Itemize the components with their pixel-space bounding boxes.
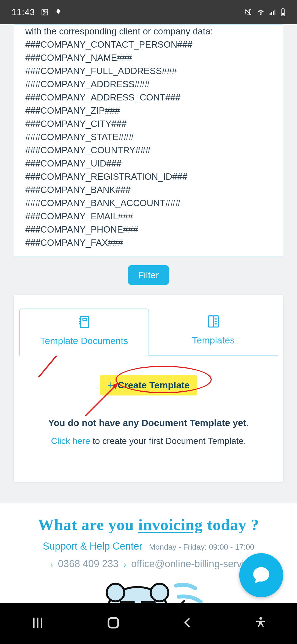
support-hours: Monday - Friday: 09:00 - 17:00 (149, 543, 254, 551)
chevron-icon: › (50, 560, 53, 569)
variable-item: ###COMPANY_EMAIL### (25, 210, 272, 223)
tab-templates[interactable]: Templates (149, 309, 278, 356)
svg-point-27 (151, 584, 168, 601)
variable-item: ###COMPANY_STATE### (25, 130, 272, 144)
recents-button[interactable] (30, 615, 45, 632)
back-button[interactable] (181, 616, 194, 631)
tagline-part: today ? (203, 516, 259, 534)
svg-rect-4 (271, 12, 272, 15)
wifi-icon (256, 8, 265, 17)
variable-item: ###COMPANY_FAX### (25, 236, 272, 249)
filter-button[interactable]: Filter (128, 265, 169, 285)
svg-rect-14 (83, 318, 87, 321)
templates-card: Template Documents Templates + Create Te… (14, 295, 283, 482)
content-viewport[interactable]: with the corresponding client or company… (0, 24, 297, 603)
signal-icon (269, 8, 277, 16)
battery-icon (280, 8, 285, 16)
variable-item: ###COMPANY_PHONE### (25, 223, 272, 236)
svg-rect-9 (282, 13, 284, 15)
svg-rect-8 (282, 8, 284, 9)
tab-label: Template Documents (40, 335, 128, 346)
variable-item: ###COMPANY_CONTACT_PERSON### (25, 38, 272, 51)
chat-fab[interactable] (239, 553, 283, 597)
tab-template-documents[interactable]: Template Documents (19, 309, 149, 356)
tab-label: Templates (192, 335, 235, 345)
empty-state-rest: to create your first Document Template. (90, 436, 246, 446)
android-status-bar: 11:43 (0, 0, 297, 24)
tagline-part-underlined: invoicing (138, 516, 203, 534)
tab-bar: Template Documents Templates (14, 295, 283, 356)
footer-tagline: What are you invoicing today ? (8, 515, 289, 534)
variable-item: ###COMPANY_COUNTRY### (25, 144, 272, 157)
chat-icon (251, 564, 272, 586)
variable-item: ###COMPANY_NAME### (25, 51, 272, 64)
svg-rect-38 (108, 618, 118, 628)
variable-item: ###COMPANY_UID### (25, 157, 272, 170)
svg-line-24 (179, 601, 184, 603)
svg-rect-3 (270, 13, 271, 15)
variable-item: ###COMPANY_ADDRESS_CONT### (25, 91, 272, 104)
empty-state-sub: Click here to create your first Document… (25, 436, 272, 446)
svg-point-26 (107, 584, 124, 601)
image-icon (41, 8, 49, 16)
templates-icon (152, 314, 275, 331)
tagline-part: What are you (38, 516, 138, 534)
vibrate-icon (244, 8, 252, 16)
phone-number[interactable]: 0368 409 233 (58, 558, 119, 569)
click-here-link[interactable]: Click here (51, 436, 90, 446)
variable-item: ###COMPANY_ADDRESS### (25, 78, 272, 91)
variable-item: ###COMPANY_REGISTRATION_ID### (25, 170, 272, 183)
variable-item: ###COMPANY_CITY### (25, 117, 272, 130)
variable-item: ###COMPANY_BANK### (25, 183, 272, 197)
svg-rect-5 (273, 11, 274, 15)
variable-list-lead: with the corresponding client or company… (25, 25, 272, 38)
clock: 11:43 (12, 7, 35, 17)
status-right (244, 8, 285, 17)
download-icon (55, 9, 62, 16)
create-template-label: Create Template (118, 380, 190, 391)
svg-point-39 (259, 617, 262, 620)
home-button[interactable] (105, 615, 122, 632)
svg-rect-15 (208, 316, 213, 327)
filter-row: Filter (0, 265, 297, 285)
variable-list-box: with the corresponding client or company… (14, 24, 283, 257)
accessibility-button[interactable] (254, 616, 267, 631)
svg-rect-6 (274, 10, 276, 15)
support-label: Support & Help Center (43, 541, 142, 552)
android-nav-bar (0, 603, 297, 644)
status-left: 11:43 (12, 7, 62, 17)
create-row: + Create Template (14, 375, 283, 395)
support-line: Support & Help Center Monday - Friday: 0… (8, 541, 289, 552)
chevron-icon: › (123, 560, 126, 569)
variable-item: ###COMPANY_FULL_ADDRESS### (25, 64, 272, 78)
empty-state-heading: You do not have any Document Template ye… (25, 417, 272, 428)
document-icon (23, 315, 146, 332)
variable-item: ###COMPANY_BANK_ACCOUNT### (25, 197, 272, 210)
email-address[interactable]: office@online-billing-servic (131, 558, 249, 569)
svg-point-1 (43, 10, 45, 12)
variable-item: ###COMPANY_ZIP### (25, 104, 272, 117)
create-template-button[interactable]: + Create Template (100, 375, 197, 395)
